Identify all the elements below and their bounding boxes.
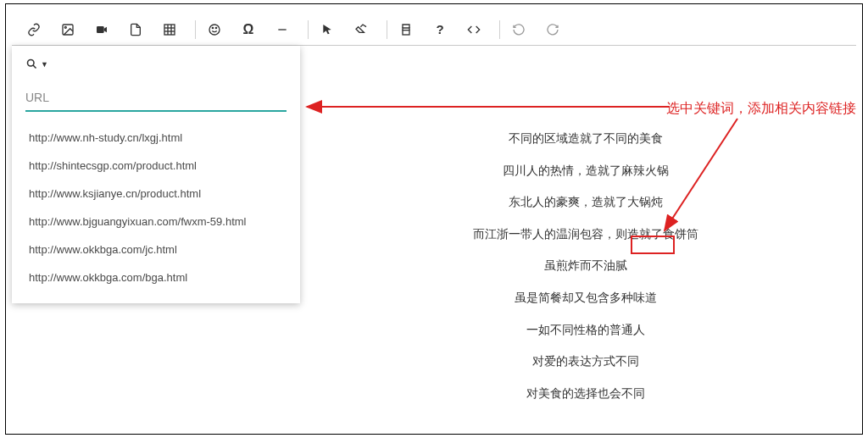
content-line: 虽是简餐却又包含多种味道 <box>315 290 856 307</box>
search-dropdown-icon[interactable]: ▼ <box>25 58 48 70</box>
table-icon[interactable] <box>156 19 183 40</box>
eraser-icon[interactable] <box>348 19 375 40</box>
content-line: 一如不同性格的普通人 <box>315 322 856 339</box>
image-icon[interactable] <box>54 19 81 40</box>
help-icon[interactable]: ? <box>426 19 453 40</box>
content-line: 而江浙一带人的温润包容，则造就了食饼筒 <box>315 226 856 243</box>
separator <box>387 20 387 39</box>
caret-down-icon: ▼ <box>41 60 48 69</box>
svg-point-13 <box>28 60 35 67</box>
url-input-wrap <box>12 85 300 117</box>
url-suggestion-item[interactable]: http://www.okkbga.com/jc.html <box>12 236 300 263</box>
code-icon[interactable] <box>460 19 487 40</box>
minus-icon[interactable] <box>269 19 296 40</box>
svg-point-10 <box>215 27 216 28</box>
separator <box>499 20 500 39</box>
svg-line-14 <box>33 65 36 68</box>
svg-point-1 <box>64 26 66 28</box>
svg-rect-12 <box>403 30 409 34</box>
link-icon[interactable] <box>20 19 47 40</box>
separator <box>195 20 196 39</box>
url-suggestion-list: http://www.nh-study.cn/lxgj.html http://… <box>12 117 300 303</box>
content-line: 对美食的选择也会不同 <box>315 385 856 402</box>
url-suggestion-item[interactable]: http://shintecsgp.com/product.html <box>12 152 300 180</box>
emoji-icon[interactable] <box>201 19 228 40</box>
svg-point-8 <box>209 25 220 35</box>
redo-icon[interactable] <box>539 19 566 40</box>
content-line: 虽煎炸而不油腻 <box>315 258 856 274</box>
undo-icon[interactable] <box>505 19 532 40</box>
content-line: 四川人的热情，造就了麻辣火锅 <box>315 163 856 180</box>
separator <box>308 20 309 39</box>
url-suggestion-item[interactable]: http://www.okkbga.com/bga.html <box>12 263 300 291</box>
omega-icon[interactable]: Ω <box>235 19 262 40</box>
search-row: ▼ <box>12 46 300 80</box>
video-icon[interactable] <box>88 19 115 40</box>
svg-point-9 <box>212 27 213 28</box>
url-suggestion-item[interactable]: http://www.ksjianye.cn/product.html <box>12 180 300 208</box>
svg-rect-2 <box>97 26 104 33</box>
content-line: 不同的区域造就了不同的美食 <box>315 130 856 147</box>
link-dropdown-panel: ▼ http://www.nh-study.cn/lxgj.html http:… <box>12 46 300 303</box>
url-suggestion-item[interactable]: http://www.nh-study.cn/lxgj.html <box>12 124 300 152</box>
content-line: 东北人的豪爽，造就了大锅炖 <box>315 194 856 211</box>
content-line: 对爱的表达方式不同 <box>315 353 856 370</box>
url-suggestion-item[interactable]: http://www.bjguangyixuan.com/fwxm-59.htm… <box>12 208 300 236</box>
print-icon[interactable] <box>392 19 420 40</box>
editor-content[interactable]: 不同的区域造就了不同的美食 四川人的热情，造就了麻辣火锅 东北人的豪爽，造就了大… <box>315 130 856 417</box>
url-input[interactable] <box>25 85 287 112</box>
file-icon[interactable] <box>122 19 149 40</box>
editor-toolbar: Ω ? <box>12 14 856 46</box>
cursor-icon[interactable] <box>314 19 341 40</box>
svg-rect-3 <box>164 25 175 35</box>
annotation-label: 选中关键词，添加相关内容链接 <box>666 100 856 118</box>
